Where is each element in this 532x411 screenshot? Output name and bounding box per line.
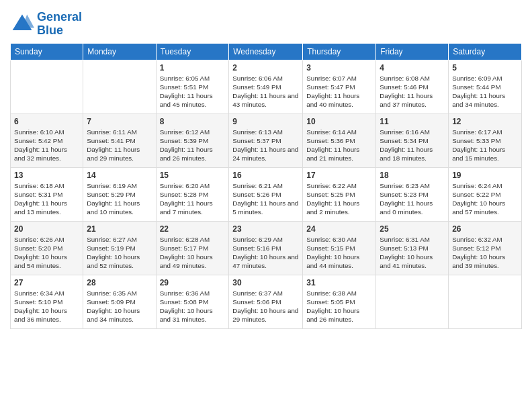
weekday-header-thursday: Thursday [303, 43, 376, 60]
week-row-4: 20Sunrise: 6:26 AM Sunset: 5:20 PM Dayli… [11, 221, 522, 275]
calendar-cell: 13Sunrise: 6:18 AM Sunset: 5:31 PM Dayli… [11, 167, 83, 221]
day-info: Sunrise: 6:23 AM Sunset: 5:23 PM Dayligh… [380, 181, 445, 217]
day-number: 11 [380, 117, 445, 126]
day-info: Sunrise: 6:08 AM Sunset: 5:46 PM Dayligh… [380, 74, 445, 109]
day-info: Sunrise: 6:17 AM Sunset: 5:33 PM Dayligh… [452, 128, 518, 163]
calendar-table: SundayMondayTuesdayWednesdayThursdayFrid… [10, 43, 522, 329]
day-number: 15 [160, 171, 226, 180]
logo-text-line2: Blue [37, 24, 82, 38]
day-number: 13 [14, 171, 79, 180]
calendar-cell: 18Sunrise: 6:23 AM Sunset: 5:23 PM Dayli… [376, 167, 449, 221]
day-number: 29 [160, 278, 226, 287]
calendar-cell: 5Sunrise: 6:09 AM Sunset: 5:44 PM Daylig… [449, 60, 522, 113]
calendar-cell: 11Sunrise: 6:16 AM Sunset: 5:34 PM Dayli… [376, 113, 449, 167]
day-number: 14 [87, 171, 152, 180]
calendar-cell: 20Sunrise: 6:26 AM Sunset: 5:20 PM Dayli… [11, 221, 83, 275]
calendar-cell: 23Sunrise: 6:29 AM Sunset: 5:16 PM Dayli… [229, 221, 303, 275]
day-number: 1 [160, 63, 226, 73]
calendar-cell: 3Sunrise: 6:07 AM Sunset: 5:47 PM Daylig… [303, 60, 376, 113]
day-number: 10 [306, 117, 372, 126]
calendar-cell: 14Sunrise: 6:19 AM Sunset: 5:29 PM Dayli… [83, 167, 156, 221]
calendar-cell [11, 60, 83, 113]
calendar-cell: 9Sunrise: 6:13 AM Sunset: 5:37 PM Daylig… [229, 113, 303, 167]
weekday-header-row: SundayMondayTuesdayWednesdayThursdayFrid… [11, 43, 522, 60]
calendar-cell: 4Sunrise: 6:08 AM Sunset: 5:46 PM Daylig… [376, 60, 449, 113]
day-number: 6 [14, 117, 79, 126]
day-info: Sunrise: 6:12 AM Sunset: 5:39 PM Dayligh… [160, 128, 226, 163]
day-info: Sunrise: 6:16 AM Sunset: 5:34 PM Dayligh… [380, 128, 445, 163]
day-number: 17 [306, 171, 372, 180]
day-info: Sunrise: 6:13 AM Sunset: 5:37 PM Dayligh… [232, 128, 299, 163]
calendar-cell: 17Sunrise: 6:22 AM Sunset: 5:25 PM Dayli… [303, 167, 376, 221]
day-number: 31 [306, 278, 372, 287]
day-info: Sunrise: 6:35 AM Sunset: 5:09 PM Dayligh… [87, 289, 152, 324]
logo-icon [10, 12, 34, 36]
calendar-cell: 30Sunrise: 6:37 AM Sunset: 5:06 PM Dayli… [229, 275, 303, 328]
day-info: Sunrise: 6:31 AM Sunset: 5:13 PM Dayligh… [380, 235, 445, 271]
weekday-header-friday: Friday [376, 43, 449, 60]
day-number: 18 [380, 171, 445, 180]
day-info: Sunrise: 6:36 AM Sunset: 5:08 PM Dayligh… [160, 289, 226, 324]
day-info: Sunrise: 6:22 AM Sunset: 5:25 PM Dayligh… [306, 181, 372, 217]
day-info: Sunrise: 6:37 AM Sunset: 5:06 PM Dayligh… [232, 289, 299, 324]
day-info: Sunrise: 6:19 AM Sunset: 5:29 PM Dayligh… [87, 181, 152, 217]
day-number: 26 [452, 224, 518, 234]
calendar-cell: 27Sunrise: 6:34 AM Sunset: 5:10 PM Dayli… [11, 275, 83, 328]
week-row-3: 13Sunrise: 6:18 AM Sunset: 5:31 PM Dayli… [11, 167, 522, 221]
calendar-cell: 22Sunrise: 6:28 AM Sunset: 5:17 PM Dayli… [156, 221, 229, 275]
logo: General Blue [10, 11, 82, 38]
calendar-cell: 16Sunrise: 6:21 AM Sunset: 5:26 PM Dayli… [229, 167, 303, 221]
day-info: Sunrise: 6:20 AM Sunset: 5:28 PM Dayligh… [160, 181, 226, 217]
day-info: Sunrise: 6:32 AM Sunset: 5:12 PM Dayligh… [452, 235, 518, 271]
day-number: 16 [232, 171, 299, 180]
calendar-cell: 26Sunrise: 6:32 AM Sunset: 5:12 PM Dayli… [449, 221, 522, 275]
day-number: 4 [380, 63, 445, 73]
day-number: 22 [160, 224, 226, 234]
calendar-cell: 15Sunrise: 6:20 AM Sunset: 5:28 PM Dayli… [156, 167, 229, 221]
day-info: Sunrise: 6:06 AM Sunset: 5:49 PM Dayligh… [232, 74, 299, 109]
calendar-cell: 8Sunrise: 6:12 AM Sunset: 5:39 PM Daylig… [156, 113, 229, 167]
day-info: Sunrise: 6:07 AM Sunset: 5:47 PM Dayligh… [306, 74, 372, 109]
day-number: 19 [452, 171, 518, 180]
calendar-cell: 19Sunrise: 6:24 AM Sunset: 5:22 PM Dayli… [449, 167, 522, 221]
calendar-cell [376, 275, 449, 328]
day-number: 23 [232, 224, 299, 234]
day-info: Sunrise: 6:21 AM Sunset: 5:26 PM Dayligh… [232, 181, 299, 217]
calendar-cell: 28Sunrise: 6:35 AM Sunset: 5:09 PM Dayli… [83, 275, 156, 328]
week-row-5: 27Sunrise: 6:34 AM Sunset: 5:10 PM Dayli… [11, 275, 522, 328]
day-info: Sunrise: 6:27 AM Sunset: 5:19 PM Dayligh… [87, 235, 152, 271]
day-info: Sunrise: 6:14 AM Sunset: 5:36 PM Dayligh… [306, 128, 372, 163]
day-info: Sunrise: 6:11 AM Sunset: 5:41 PM Dayligh… [87, 128, 152, 163]
day-number: 20 [14, 224, 79, 234]
calendar-page: General Blue SundayMondayTuesdayWednesda… [0, 0, 532, 411]
day-number: 8 [160, 117, 226, 126]
calendar-cell: 2Sunrise: 6:06 AM Sunset: 5:49 PM Daylig… [229, 60, 303, 113]
calendar-cell: 31Sunrise: 6:38 AM Sunset: 5:05 PM Dayli… [303, 275, 376, 328]
logo-text-line1: General [37, 11, 82, 24]
header: General Blue [10, 7, 522, 38]
day-number: 27 [14, 278, 79, 287]
day-number: 9 [232, 117, 299, 126]
day-info: Sunrise: 6:09 AM Sunset: 5:44 PM Dayligh… [452, 74, 518, 109]
day-number: 12 [452, 117, 518, 126]
day-number: 24 [306, 224, 372, 234]
day-info: Sunrise: 6:34 AM Sunset: 5:10 PM Dayligh… [14, 289, 79, 324]
day-number: 28 [87, 278, 152, 287]
weekday-header-tuesday: Tuesday [156, 43, 229, 60]
weekday-header-sunday: Sunday [11, 43, 83, 60]
calendar-cell: 12Sunrise: 6:17 AM Sunset: 5:33 PM Dayli… [449, 113, 522, 167]
day-info: Sunrise: 6:38 AM Sunset: 5:05 PM Dayligh… [306, 289, 372, 324]
weekday-header-wednesday: Wednesday [229, 43, 303, 60]
day-info: Sunrise: 6:18 AM Sunset: 5:31 PM Dayligh… [14, 181, 79, 217]
calendar-cell: 24Sunrise: 6:30 AM Sunset: 5:15 PM Dayli… [303, 221, 376, 275]
calendar-cell: 6Sunrise: 6:10 AM Sunset: 5:42 PM Daylig… [11, 113, 83, 167]
day-info: Sunrise: 6:05 AM Sunset: 5:51 PM Dayligh… [160, 74, 226, 109]
calendar-cell: 21Sunrise: 6:27 AM Sunset: 5:19 PM Dayli… [83, 221, 156, 275]
day-number: 3 [306, 63, 372, 73]
week-row-1: 1Sunrise: 6:05 AM Sunset: 5:51 PM Daylig… [11, 60, 522, 113]
weekday-header-monday: Monday [83, 43, 156, 60]
calendar-cell: 7Sunrise: 6:11 AM Sunset: 5:41 PM Daylig… [83, 113, 156, 167]
day-info: Sunrise: 6:10 AM Sunset: 5:42 PM Dayligh… [14, 128, 79, 163]
day-info: Sunrise: 6:28 AM Sunset: 5:17 PM Dayligh… [160, 235, 226, 271]
week-row-2: 6Sunrise: 6:10 AM Sunset: 5:42 PM Daylig… [11, 113, 522, 167]
